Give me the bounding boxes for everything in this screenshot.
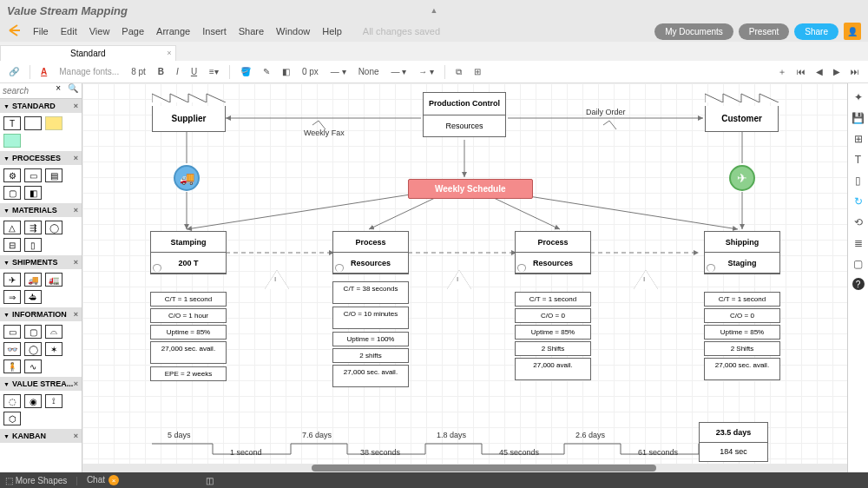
help-icon[interactable]: ? <box>852 278 865 290</box>
present-button[interactable]: Present <box>739 23 789 40</box>
shape-text[interactable]: T <box>3 116 21 130</box>
close-icon[interactable]: × <box>108 475 119 485</box>
data-cell[interactable]: 2 shifts <box>332 348 409 363</box>
underline-icon[interactable]: U <box>187 65 201 78</box>
search-input[interactable] <box>0 83 52 98</box>
menu-arrange[interactable]: Arrange <box>156 26 190 36</box>
node-process-2[interactable]: Process Resources <box>332 231 409 274</box>
shape-arrow-push[interactable]: ⇒ <box>3 290 21 304</box>
menu-window[interactable]: Window <box>276 26 310 36</box>
data-cell[interactable]: 27,000 sec. avail. <box>332 365 409 387</box>
clear-search-icon[interactable]: × <box>52 83 64 98</box>
data-cell[interactable]: C/O = 0 <box>704 308 780 323</box>
shape-ship[interactable]: ⛴ <box>24 290 42 304</box>
panel-processes[interactable]: ▼PROCESSES× <box>0 151 82 165</box>
node-production-control[interactable]: Production Control Resources <box>423 92 506 137</box>
my-documents-button[interactable]: My Documents <box>654 23 733 40</box>
shape-plane[interactable]: ✈ <box>3 273 21 287</box>
line-color-icon[interactable]: ✎ <box>260 65 273 78</box>
line-type-icon[interactable]: — ▾ <box>388 65 411 78</box>
shape-semi[interactable]: 🚛 <box>45 273 62 287</box>
node-schedule[interactable]: Weekly Schedule <box>408 179 533 199</box>
close-icon[interactable]: × <box>74 432 78 440</box>
font-size[interactable]: 8 pt <box>128 65 149 78</box>
close-icon[interactable]: × <box>74 310 78 319</box>
reset-icon[interactable]: ⟲ <box>852 215 865 229</box>
horizontal-scrollbar[interactable] <box>82 464 847 472</box>
data-cell[interactable]: C/O = 1 hour <box>150 308 227 323</box>
shape-halfbox[interactable]: ◧ <box>24 186 42 200</box>
node-customer[interactable]: Customer <box>705 90 779 132</box>
shape-market[interactable]: ▯ <box>24 238 42 252</box>
menu-view[interactable]: View <box>89 26 110 36</box>
share-button[interactable]: Share <box>794 23 838 40</box>
data-cell[interactable]: 27,000 avail. <box>515 358 591 380</box>
shape-person[interactable]: 🧍 <box>3 359 21 373</box>
node-process-3[interactable]: Process Resources <box>515 231 591 274</box>
menu-page[interactable]: Page <box>122 26 144 36</box>
close-icon[interactable]: × <box>74 102 78 110</box>
inventory-triangle-3[interactable] <box>634 270 658 289</box>
close-icon[interactable]: × <box>74 206 78 214</box>
shape-cell[interactable]: ▢ <box>3 186 21 200</box>
node-supplier[interactable]: Supplier <box>152 90 226 132</box>
shape-factory[interactable]: ⚙ <box>3 168 21 182</box>
shape-safety[interactable]: ⊟ <box>3 238 21 252</box>
shape-box[interactable]: ▭ <box>24 168 42 182</box>
save-icon[interactable]: 💾 <box>852 111 865 125</box>
timeline-summary[interactable]: 23.5 days 184 sec <box>699 422 768 462</box>
arrow-end-icon[interactable]: → ▾ <box>415 65 437 78</box>
data-cell[interactable]: Uptime = 85% <box>515 325 591 340</box>
shape-info1[interactable]: ▭ <box>3 325 21 339</box>
more-shapes-button[interactable]: ⬚ More Shapes <box>5 476 67 485</box>
shape-conn[interactable]: ∿ <box>24 359 42 373</box>
search-icon[interactable]: 🔍 <box>64 83 82 98</box>
chat-button[interactable]: Chat× <box>87 475 119 486</box>
line-solid-icon[interactable]: — ▾ <box>327 65 350 78</box>
data-cell[interactable]: Uptime = 100% <box>332 332 409 346</box>
shape-glasses[interactable]: 👓 <box>3 342 21 356</box>
shape-kaizen[interactable]: ✶ <box>45 342 62 356</box>
data-cell[interactable]: 2 Shifts <box>704 341 780 356</box>
shape-info2[interactable]: ▢ <box>24 325 42 339</box>
shape-db[interactable]: ⌓ <box>45 325 62 339</box>
shape-cloud[interactable]: ◯ <box>24 342 42 356</box>
shape-vs3[interactable]: ⟟ <box>45 394 62 408</box>
data-cell[interactable]: C/T = 38 seconds <box>332 281 409 304</box>
data-cell[interactable]: 27,000 sec. avail. <box>150 341 227 364</box>
panel-standard[interactable]: ▼STANDARD× <box>0 99 82 113</box>
present-icon[interactable]: ▢ <box>852 257 865 271</box>
window-toggle-icon[interactable]: ◫ <box>206 476 214 485</box>
shape-note[interactable] <box>45 116 62 130</box>
truck-icon[interactable]: 🚚 <box>174 165 200 191</box>
inventory-triangle-2[interactable] <box>447 270 471 289</box>
tab-standard[interactable]: Standard × <box>0 45 176 61</box>
group-icon[interactable]: ⧉ <box>452 65 465 79</box>
data-cell[interactable]: C/T = 1 second <box>704 292 780 307</box>
text-icon[interactable]: T <box>852 153 865 167</box>
expand-arrow-icon[interactable]: ▲ <box>431 6 438 15</box>
menu-edit[interactable]: Edit <box>61 26 77 36</box>
panel-kanban[interactable]: ▼KANBAN× <box>0 429 82 443</box>
data-cell[interactable]: EPE = 2 weeks <box>150 366 227 381</box>
lock-icon[interactable]: ⊞ <box>470 65 484 78</box>
shape-vs4[interactable]: ⬡ <box>3 412 21 425</box>
data-cell[interactable]: C/O = 0 <box>515 308 591 323</box>
data-cell[interactable]: Uptime = 85% <box>704 325 780 340</box>
text-color-icon[interactable]: A <box>37 65 50 78</box>
prev-page-icon[interactable]: ◀ <box>812 64 826 80</box>
align-dropdown-icon[interactable]: ≡▾ <box>206 65 222 78</box>
panel-valuestream[interactable]: ▼VALUE STREA...× <box>0 377 82 391</box>
node-shipping[interactable]: Shipping Staging <box>704 231 780 274</box>
close-icon[interactable]: × <box>74 258 78 267</box>
canvas[interactable]: Supplier Customer Production Control Res… <box>82 83 847 472</box>
node-stamping[interactable]: Stamping 200 T <box>150 231 227 274</box>
frame-icon[interactable]: ⊞ <box>852 132 865 146</box>
panel-materials[interactable]: ▼MATERIALS× <box>0 203 82 217</box>
fill-color-icon[interactable]: 🪣 <box>237 65 254 78</box>
panel-shipments[interactable]: ▼SHIPMENTS× <box>0 255 82 269</box>
menu-insert[interactable]: Insert <box>202 26 227 36</box>
sparkle-icon[interactable]: ✦ <box>852 90 865 104</box>
last-page-icon[interactable]: ⏭ <box>847 64 863 80</box>
shape-fill[interactable] <box>3 134 21 148</box>
